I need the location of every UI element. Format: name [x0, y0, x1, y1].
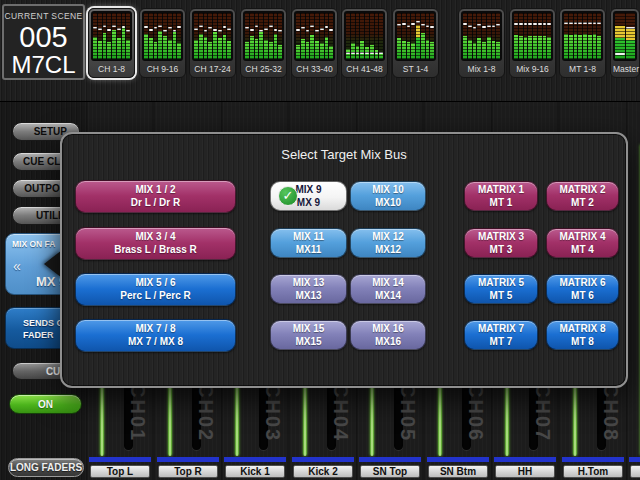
mix-bus-button-mix-7-8[interactable]: MIX 7 / 8MX 7 / MX 8 — [75, 319, 236, 352]
fader-position-mark — [533, 23, 537, 25]
current-scene-panel[interactable]: CURRENT SCENE 005 M7CL — [2, 4, 85, 80]
meter-bar — [588, 13, 592, 59]
fader-position-mark — [411, 23, 415, 25]
mix-bus-button-mix-1-2[interactable]: MIX 1 / 2Dr L / Dr R — [75, 180, 236, 213]
fader-position-mark — [397, 24, 401, 26]
meter-block-master[interactable]: Master — [610, 8, 640, 78]
bus-name: MIX 16 — [351, 323, 425, 335]
meter-block-ch-33-40[interactable]: CH 33-40 — [291, 8, 338, 78]
fader-position-mark — [269, 25, 273, 27]
mix-bus-button-mix-9[interactable]: ✓MIX 9MX 9 — [270, 181, 347, 211]
level-meter-display — [294, 11, 335, 61]
fader-position-mark — [564, 22, 568, 24]
meter-block-mix-9-16[interactable]: Mix 9-16 — [509, 8, 556, 78]
meter-bar — [315, 13, 319, 59]
channel-name-label[interactable]: Top R — [158, 465, 218, 478]
bus-label: MT 7 — [465, 336, 537, 348]
meter-bar — [310, 13, 314, 59]
bus-label: MX15 — [271, 336, 346, 348]
fader-position-mark — [473, 27, 477, 29]
level-meter-display — [243, 11, 284, 61]
chevron-left-icon[interactable]: « — [13, 258, 21, 274]
meter-bar — [477, 13, 481, 59]
fader-position-mark — [351, 52, 355, 54]
channel-name-label[interactable]: SN Btm — [428, 465, 488, 478]
meter-bar — [430, 13, 434, 59]
bus-name: MATRIX 4 — [547, 231, 618, 243]
mix-bus-button-mix-13[interactable]: MIX 13MX13 — [270, 274, 347, 304]
fader-position-mark — [402, 23, 406, 25]
meter-block-label: CH 33-40 — [294, 61, 335, 77]
fader-position-mark — [346, 52, 350, 54]
meter-block-ch-9-16[interactable]: CH 9-16 — [139, 8, 186, 78]
meter-block-mt-1-8[interactable]: MT 1-8 — [559, 8, 606, 78]
fader-position-mark — [204, 30, 208, 32]
channel-name-label[interactable]: HH — [495, 465, 555, 478]
mix-bus-button-mix-5-6[interactable]: MIX 5 / 6Perc L / Perc R — [75, 273, 236, 306]
meter-bar — [245, 13, 249, 59]
matrix-bus-button-matrix-3[interactable]: MATRIX 3MT 3 — [464, 228, 538, 258]
bus-name: MIX 5 / 6 — [76, 277, 235, 289]
mix-bus-button-mix-15[interactable]: MIX 15MX15 — [270, 320, 347, 350]
fader-position-mark — [626, 27, 636, 29]
fader-position-mark — [245, 27, 249, 29]
fader-position-mark — [578, 22, 582, 24]
mix-bus-button-mix-3-4[interactable]: MIX 3 / 4Brass L / Brass R — [75, 227, 236, 260]
fader-position-mark — [588, 22, 592, 24]
level-meter-display — [91, 11, 132, 61]
mix-bus-button-mix-10[interactable]: MIX 10MX10 — [350, 181, 426, 211]
channel-name-label[interactable]: H.Tom — [563, 465, 623, 478]
check-icon: ✓ — [278, 186, 298, 206]
matrix-bus-button-matrix-2[interactable]: MATRIX 2MT 2 — [546, 181, 619, 211]
meter-bar — [402, 13, 406, 59]
fader-position-mark — [223, 26, 227, 28]
meter-block-ch-25-32[interactable]: CH 25-32 — [240, 8, 287, 78]
level-meter-display — [512, 11, 553, 61]
mix-bus-button-mix-16[interactable]: MIX 16MX16 — [350, 320, 426, 350]
meter-bar — [482, 13, 486, 59]
meter-bar — [126, 13, 130, 59]
meter-bar — [158, 13, 162, 59]
meter-bar — [514, 13, 518, 59]
meter-bar — [468, 13, 472, 59]
bus-label: MX16 — [351, 336, 425, 348]
channel-name-label[interactable] — [630, 465, 640, 478]
level-meter-display — [142, 11, 183, 61]
channel-name-label[interactable]: Kick 2 — [293, 465, 353, 478]
matrix-bus-button-matrix-5[interactable]: MATRIX 5MT 5 — [464, 274, 538, 304]
fader-position-mark — [255, 25, 259, 27]
fader-position-mark — [126, 30, 130, 32]
mix-bus-button-mix-14[interactable]: MIX 14MX14 — [350, 274, 426, 304]
meter-block-ch-17-24[interactable]: CH 17-24 — [189, 8, 236, 78]
channel-name-label[interactable]: SN Top — [360, 465, 420, 478]
long-faders-button[interactable]: LONG FADERS — [8, 458, 84, 477]
level-meter-display — [562, 11, 603, 61]
channel-number: CH03 — [261, 383, 284, 442]
bus-name: MIX 11 — [271, 231, 346, 243]
mix-bus-button-mix-12[interactable]: MIX 12MX12 — [350, 228, 426, 258]
fader-position-mark — [416, 21, 420, 23]
fader-position-mark — [218, 30, 222, 32]
on-button[interactable]: ON — [9, 394, 82, 414]
bus-label: MX 7 / MX 8 — [76, 336, 235, 348]
channel-name-label[interactable]: Kick 1 — [225, 465, 285, 478]
meter-block-ch-1-8[interactable]: CH 1-8 — [88, 8, 135, 78]
meter-bar — [407, 13, 411, 59]
bus-label: MT 3 — [465, 244, 537, 256]
meter-bar — [421, 13, 425, 59]
meter-bar — [615, 13, 625, 59]
matrix-bus-button-matrix-8[interactable]: MATRIX 8MT 8 — [546, 320, 619, 350]
meter-block-mix-1-8[interactable]: Mix 1-8 — [458, 8, 505, 78]
meter-block-st-1-4[interactable]: ST 1-4 — [392, 8, 439, 78]
matrix-bus-button-matrix-7[interactable]: MATRIX 7MT 7 — [464, 320, 538, 350]
fader-position-mark — [163, 30, 167, 32]
channel-name-label[interactable]: Top L — [90, 465, 150, 478]
fader-position-mark — [103, 25, 107, 27]
channel-color-bar — [359, 457, 421, 462]
mix-bus-button-mix-11[interactable]: MIX 11MX11 — [270, 228, 347, 258]
matrix-bus-button-matrix-1[interactable]: MATRIX 1MT 1 — [464, 181, 538, 211]
matrix-bus-button-matrix-6[interactable]: MATRIX 6MT 6 — [546, 274, 619, 304]
matrix-bus-button-matrix-4[interactable]: MATRIX 4MT 4 — [546, 228, 619, 258]
meter-block-ch-41-48[interactable]: CH 41-48 — [341, 8, 388, 78]
meter-bar — [370, 13, 374, 59]
